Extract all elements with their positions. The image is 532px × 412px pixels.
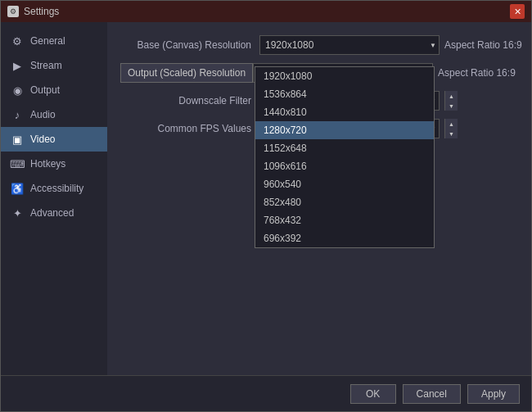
window-title: Settings [24,6,59,17]
base-resolution-select-wrapper: 1920x1080 [259,35,440,55]
cancel-button[interactable]: Cancel [403,384,461,404]
hotkeys-icon: ⌨ [11,157,24,170]
output-resolution-button[interactable]: Output (Scaled) Resolution [120,63,253,83]
sidebar-item-video[interactable]: ▣ Video [1,127,107,152]
base-aspect-label: Aspect Ratio 16:9 [444,39,522,51]
advanced-icon: ✦ [11,206,24,220]
ok-button[interactable]: OK [350,384,396,404]
dropdown-item-8[interactable]: 768x432 [255,211,434,229]
audio-icon: ♪ [11,108,24,121]
title-bar: ⚙ Settings ✕ [1,1,531,22]
base-resolution-row: Base (Canvas) Resolution 1920x1080 Aspec… [120,35,522,55]
fps-spinbox-down[interactable]: ▼ [444,129,458,138]
sidebar-label-video: Video [30,134,55,145]
sidebar-item-advanced[interactable]: ✦ Advanced [1,201,107,225]
output-aspect-label: Aspect Ratio 16:9 [438,67,516,79]
downscale-spinbox-down[interactable]: ▼ [444,101,458,111]
common-fps-label: Common FPS Values [120,123,259,134]
stream-icon: ▶ [11,59,24,72]
sidebar-item-stream[interactable]: ▶ Stream [1,53,107,78]
dropdown-item-6[interactable]: 960x540 [255,175,434,193]
sidebar-label-hotkeys: Hotkeys [30,158,65,170]
sidebar-label-accessibility: Accessibility [30,183,83,194]
dropdown-item-4[interactable]: 1152x648 [255,139,434,157]
main-content: Base (Canvas) Resolution 1920x1080 Aspec… [107,22,531,375]
base-resolution-controls: 1920x1080 Aspect Ratio 16:9 [259,35,522,55]
general-icon: ⚙ [11,34,24,48]
dropdown-item-9[interactable]: 696x392 [255,229,434,247]
sidebar-label-audio: Audio [30,109,56,120]
sidebar-label-advanced: Advanced [30,207,74,219]
title-bar-left: ⚙ Settings [7,6,59,17]
sidebar-item-accessibility[interactable]: ♿ Accessibility [1,176,107,201]
settings-window-icon: ⚙ [7,6,19,17]
dropdown-item-1[interactable]: 1536x864 [255,85,434,103]
dropdown-item-7[interactable]: 852x480 [255,193,434,211]
sidebar-item-general[interactable]: ⚙ General [1,29,107,53]
dropdown-item-5[interactable]: 1096x616 [255,157,434,175]
dropdown-item-2[interactable]: 1440x810 [255,103,434,121]
video-icon: ▣ [11,133,24,146]
sidebar-label-general: General [30,35,65,47]
downscale-spinbox-up[interactable]: ▲ [444,91,458,101]
bottom-bar: OK Cancel Apply [1,375,531,411]
dropdown-item-3[interactable]: 1280x720 [255,121,434,139]
fps-spinbox-up[interactable]: ▲ [444,119,458,129]
sidebar: ⚙ General ▶ Stream ◉ Output ♪ Audio ▣ Vi… [1,22,107,375]
settings-window: ⚙ Settings ✕ ⚙ General ▶ Stream ◉ Output… [0,0,532,412]
sidebar-item-hotkeys[interactable]: ⌨ Hotkeys [1,152,107,176]
accessibility-icon: ♿ [11,182,24,195]
sidebar-item-audio[interactable]: ♪ Audio [1,102,107,127]
sidebar-label-stream: Stream [30,60,62,71]
apply-button[interactable]: Apply [467,384,520,404]
downscale-filter-label: Downscale Filter [120,95,259,106]
sidebar-label-output: Output [30,84,60,96]
content-area: ⚙ General ▶ Stream ◉ Output ♪ Audio ▣ Vi… [1,22,531,375]
downscale-spinbox-btns: ▲ ▼ [444,91,458,111]
base-resolution-select[interactable]: 1920x1080 [259,35,440,55]
close-button[interactable]: ✕ [510,4,525,19]
sidebar-item-output[interactable]: ◉ Output [1,78,107,102]
output-icon: ◉ [11,84,24,97]
base-resolution-label: Base (Canvas) Resolution [120,39,259,51]
fps-spinbox-btns: ▲ ▼ [444,119,458,138]
resolution-dropdown: 1920x1080 1536x864 1440x810 1280x720 115… [255,66,435,248]
dropdown-item-0[interactable]: 1920x1080 [255,67,434,85]
